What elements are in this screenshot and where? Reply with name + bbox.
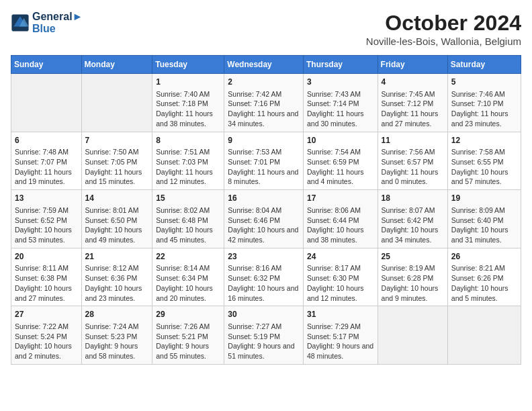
- calendar-cell: 1Sunrise: 7:40 AMSunset: 7:18 PMDaylight…: [152, 74, 224, 132]
- calendar-cell: 8Sunrise: 7:51 AMSunset: 7:03 PMDaylight…: [152, 132, 224, 190]
- day-detail-line: Sunset: 7:14 PM: [307, 99, 374, 109]
- day-detail-line: Daylight: 11 hours and 38 minutes.: [156, 109, 220, 128]
- day-detail-line: Daylight: 11 hours and 19 minutes.: [15, 167, 78, 187]
- calendar-cell: 13Sunrise: 7:59 AMSunset: 6:52 PMDayligh…: [11, 190, 82, 248]
- day-detail-line: Sunrise: 7:51 AM: [156, 147, 220, 157]
- calendar-cell: 24Sunrise: 8:17 AMSunset: 6:30 PMDayligh…: [303, 248, 378, 306]
- day-detail-line: Sunrise: 8:07 AM: [382, 205, 444, 216]
- day-number: 29: [156, 309, 220, 320]
- day-detail-line: Sunrise: 7:45 AM: [382, 89, 444, 99]
- day-detail-line: Sunset: 6:48 PM: [156, 216, 220, 226]
- day-detail-line: Daylight: 11 hours and 27 minutes.: [382, 109, 444, 128]
- calendar-cell: 25Sunrise: 8:19 AMSunset: 6:28 PMDayligh…: [378, 248, 447, 306]
- day-number: 2: [228, 77, 300, 88]
- day-detail-line: Daylight: 10 hours and 5 minutes.: [451, 283, 517, 303]
- day-detail-line: Sunrise: 8:11 AM: [15, 263, 78, 273]
- day-detail-line: Sunset: 7:10 PM: [451, 99, 517, 109]
- calendar-header: SundayMondayTuesdayWednesdayThursdayFrid…: [11, 56, 521, 74]
- day-number: 27: [15, 309, 78, 320]
- day-detail-line: Sunset: 5:24 PM: [15, 332, 78, 342]
- day-detail-line: Sunset: 7:03 PM: [156, 157, 220, 167]
- day-detail-line: Sunrise: 7:58 AM: [451, 147, 517, 157]
- calendar-cell: 29Sunrise: 7:26 AMSunset: 5:21 PMDayligh…: [152, 306, 224, 365]
- calendar-cell: 18Sunrise: 8:07 AMSunset: 6:42 PMDayligh…: [378, 190, 447, 248]
- day-detail-line: Sunset: 7:01 PM: [228, 157, 300, 167]
- day-detail-line: Daylight: 10 hours and 49 minutes.: [85, 225, 149, 244]
- page-title: October 2024: [366, 11, 521, 36]
- day-number: 16: [228, 193, 300, 204]
- calendar-cell: [11, 74, 82, 132]
- day-detail-line: Daylight: 10 hours and 27 minutes.: [15, 283, 78, 303]
- day-detail-line: Sunset: 6:40 PM: [451, 216, 517, 226]
- day-detail-line: Sunrise: 7:42 AM: [228, 89, 300, 99]
- header-day-tuesday: Tuesday: [152, 56, 224, 74]
- day-detail-line: Sunset: 7:18 PM: [156, 99, 220, 109]
- day-detail-line: Sunrise: 8:01 AM: [85, 205, 149, 216]
- day-detail-line: Daylight: 10 hours and 34 minutes.: [382, 225, 444, 244]
- day-detail-line: Daylight: 10 hours and 9 minutes.: [382, 283, 444, 303]
- page-subtitle: Noville-les-Bois, Wallonia, Belgium: [366, 36, 521, 47]
- day-detail-line: Sunrise: 7:29 AM: [307, 322, 374, 332]
- day-detail-line: Daylight: 10 hours and 20 minutes.: [156, 283, 220, 303]
- calendar-cell: [378, 306, 447, 365]
- day-detail-line: Daylight: 9 hours and 55 minutes.: [156, 341, 220, 361]
- calendar-cell: 30Sunrise: 7:27 AMSunset: 5:19 PMDayligh…: [224, 306, 304, 365]
- day-number: 8: [156, 135, 220, 146]
- calendar-cell: 16Sunrise: 8:04 AMSunset: 6:46 PMDayligh…: [224, 190, 304, 248]
- day-detail-line: Sunset: 7:16 PM: [228, 99, 300, 109]
- calendar-cell: 12Sunrise: 7:58 AMSunset: 6:55 PMDayligh…: [447, 132, 521, 190]
- day-detail-line: Daylight: 10 hours and 31 minutes.: [451, 225, 517, 244]
- day-number: 12: [451, 135, 517, 146]
- logo-icon: [11, 13, 30, 32]
- day-detail-line: Sunrise: 8:06 AM: [307, 205, 374, 216]
- day-detail-line: Sunset: 5:21 PM: [156, 332, 220, 342]
- day-detail-line: Sunset: 6:57 PM: [382, 157, 444, 167]
- day-detail-line: Daylight: 11 hours and 15 minutes.: [85, 167, 149, 187]
- day-detail-line: Sunrise: 7:46 AM: [451, 89, 517, 99]
- day-detail-line: Sunrise: 8:16 AM: [228, 263, 300, 273]
- logo: General► Blue: [11, 11, 83, 35]
- day-detail-line: Sunset: 7:12 PM: [382, 99, 444, 109]
- day-detail-line: Daylight: 9 hours and 48 minutes.: [307, 341, 374, 361]
- day-detail-line: Daylight: 10 hours and 2 minutes.: [15, 341, 78, 361]
- day-number: 26: [451, 251, 517, 263]
- day-number: 20: [15, 251, 78, 263]
- day-detail-line: Sunrise: 8:14 AM: [156, 263, 220, 273]
- day-detail-line: Sunset: 6:28 PM: [382, 273, 444, 283]
- week-row-2: 6Sunrise: 7:48 AMSunset: 7:07 PMDaylight…: [11, 132, 521, 190]
- day-detail-line: Sunset: 6:30 PM: [307, 273, 374, 283]
- calendar-body: 1Sunrise: 7:40 AMSunset: 7:18 PMDaylight…: [11, 74, 521, 365]
- day-detail-line: Daylight: 9 hours and 58 minutes.: [85, 341, 149, 361]
- header-day-friday: Friday: [378, 56, 447, 74]
- day-number: 11: [382, 135, 444, 146]
- day-detail-line: Sunrise: 7:48 AM: [15, 147, 78, 157]
- day-detail-line: Sunrise: 7:22 AM: [15, 322, 78, 332]
- day-detail-line: Sunrise: 7:56 AM: [382, 147, 444, 157]
- day-detail-line: Sunrise: 8:09 AM: [451, 205, 517, 216]
- calendar-cell: [447, 306, 521, 365]
- day-detail-line: Sunrise: 8:12 AM: [85, 263, 149, 273]
- calendar-cell: 20Sunrise: 8:11 AMSunset: 6:38 PMDayligh…: [11, 248, 82, 306]
- day-number: 19: [451, 193, 517, 204]
- day-detail-line: Sunset: 6:46 PM: [228, 216, 300, 226]
- day-number: 24: [307, 251, 374, 263]
- day-detail-line: Sunset: 7:05 PM: [85, 157, 149, 167]
- day-number: 22: [156, 251, 220, 263]
- logo-text: General► Blue: [32, 11, 83, 35]
- calendar-cell: 4Sunrise: 7:45 AMSunset: 7:12 PMDaylight…: [378, 74, 447, 132]
- day-detail-line: Sunrise: 7:53 AM: [228, 147, 300, 157]
- day-detail-line: Sunset: 7:07 PM: [15, 157, 78, 167]
- day-number: 6: [15, 135, 78, 146]
- day-detail-line: Daylight: 11 hours and 0 minutes.: [382, 167, 444, 187]
- calendar-cell: 2Sunrise: 7:42 AMSunset: 7:16 PMDaylight…: [224, 74, 304, 132]
- day-detail-line: Daylight: 11 hours and 30 minutes.: [307, 109, 374, 128]
- calendar-cell: 19Sunrise: 8:09 AMSunset: 6:40 PMDayligh…: [447, 190, 521, 248]
- week-row-5: 27Sunrise: 7:22 AMSunset: 5:24 PMDayligh…: [11, 306, 521, 365]
- day-detail-line: Daylight: 10 hours and 57 minutes.: [451, 167, 517, 187]
- day-detail-line: Sunset: 6:36 PM: [85, 273, 149, 283]
- calendar-cell: 10Sunrise: 7:54 AMSunset: 6:59 PMDayligh…: [303, 132, 378, 190]
- day-number: 21: [85, 251, 149, 263]
- day-detail-line: Daylight: 11 hours and 12 minutes.: [156, 167, 220, 187]
- day-detail-line: Daylight: 10 hours and 42 minutes.: [228, 225, 300, 244]
- day-detail-line: Sunset: 6:34 PM: [156, 273, 220, 283]
